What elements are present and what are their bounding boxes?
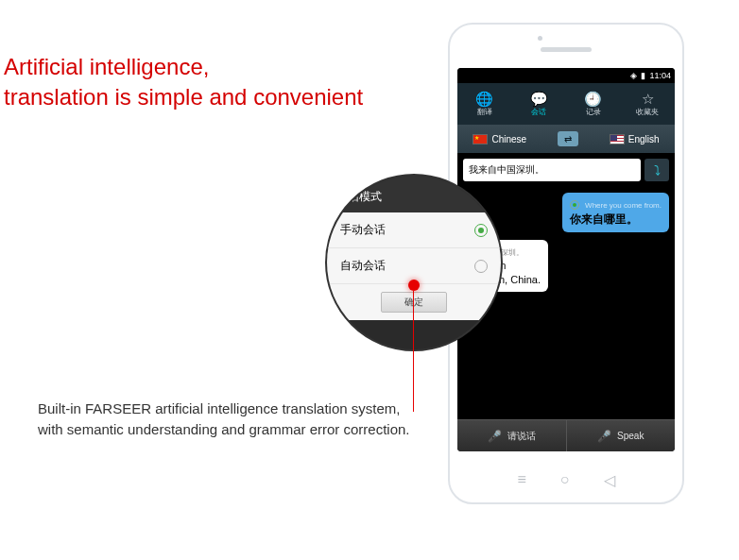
chat-bubble-target[interactable]: Where you come from. 你来自哪里。 (562, 193, 669, 232)
speak-button-source[interactable]: 🎤 请说话 (457, 420, 567, 451)
headline-line1: Artificial intelligence, (4, 52, 363, 82)
nav-back-icon[interactable]: ◁ (604, 471, 615, 489)
tab-translate[interactable]: 🌐 翻译 (457, 83, 512, 125)
swap-button[interactable]: ⇄ (558, 131, 578, 146)
send-button[interactable]: ⤵ (644, 159, 669, 181)
mic-icon: 🎤 (488, 430, 502, 443)
phone-camera (538, 36, 542, 41)
callout-line (413, 291, 414, 412)
radio-on-icon (474, 224, 488, 237)
speak-right-label: Speak (617, 431, 644, 441)
speak-left-label: 请说话 (507, 430, 536, 443)
flag-cn-icon (473, 134, 488, 144)
tab-translate-label: 翻译 (477, 107, 492, 117)
tab-record[interactable]: 🕘 记录 (566, 83, 621, 125)
tab-favorite[interactable]: ☆ 收藏夹 (621, 83, 676, 125)
bubble-blue-hint: Where you come from. (585, 201, 662, 210)
callout-dot (408, 280, 420, 291)
status-bar: ◈ ▮ 11:04 (457, 68, 675, 83)
top-tabs: 🌐 翻译 💬 会话 🕘 记录 ☆ 收藏夹 (457, 83, 675, 125)
headline-line2: translation is simple and convenient (4, 82, 363, 112)
magnifier: 点击此处输入 会话模式 手动会话 自动会话 确定 (325, 174, 503, 351)
option-manual[interactable]: 手动会话 (327, 212, 501, 248)
lang-target[interactable]: English (610, 134, 660, 144)
dialog-body: 手动会话 自动会话 确定 (327, 212, 501, 320)
language-bar: Chinese ⇄ English (457, 125, 675, 153)
status-time: 11:04 (649, 71, 671, 80)
star-icon: ☆ (642, 92, 654, 106)
description-text: Built-in FARSEER artificial intelligence… (38, 399, 416, 440)
chat-icon: 💬 (530, 92, 548, 106)
confirm-button[interactable]: 确定 (381, 292, 447, 313)
lang-source-label: Chinese (491, 134, 526, 144)
play-radio-icon[interactable] (570, 200, 579, 210)
magnifier-lens: 点击此处输入 会话模式 手动会话 自动会话 确定 (325, 174, 503, 351)
speak-bar: 🎤 请说话 🎤 Speak (457, 419, 675, 451)
tab-record-label: 记录 (586, 107, 601, 117)
clock-icon: 🕘 (584, 92, 602, 106)
radio-off-icon (474, 260, 488, 273)
lang-source[interactable]: Chinese (473, 134, 526, 144)
speak-button-target[interactable]: 🎤 Speak (567, 420, 676, 451)
android-nav: ≡ ○ ◁ (450, 471, 682, 489)
phone-speaker (541, 47, 592, 52)
tab-talk[interactable]: 💬 会话 (512, 83, 567, 125)
tab-favorite-label: 收藏夹 (636, 107, 659, 117)
battery-icon: ▮ (641, 71, 645, 80)
option-auto-label: 自动会话 (340, 258, 386, 274)
headline: Artificial intelligence, translation is … (4, 52, 363, 113)
globe-icon: 🌐 (475, 92, 493, 106)
flag-us-icon (610, 134, 625, 144)
wifi-icon: ◈ (630, 71, 637, 80)
enter-icon: ⤵ (654, 162, 661, 178)
lang-target-label: English (628, 134, 660, 144)
bubble-blue-main: 你来自哪里。 (570, 212, 638, 226)
tab-talk-label: 会话 (531, 107, 546, 117)
nav-home-icon[interactable]: ○ (560, 471, 570, 489)
nav-recent-icon[interactable]: ≡ (517, 471, 525, 489)
dialog-title: 会话模式 (327, 176, 501, 212)
mic-icon: 🎤 (597, 430, 611, 443)
option-manual-label: 手动会话 (340, 222, 386, 238)
